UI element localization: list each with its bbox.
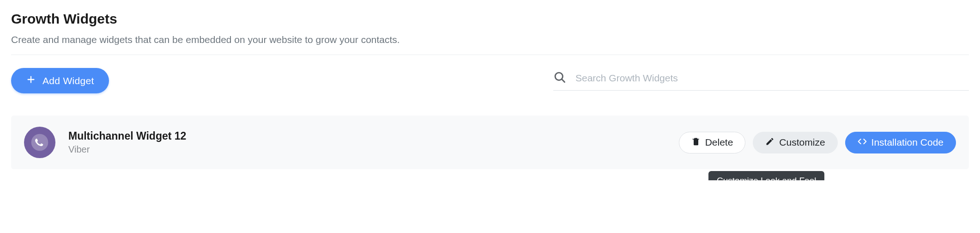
page-title: Growth Widgets [11,11,969,27]
add-widget-label: Add Widget [42,75,94,86]
viber-icon [24,127,55,158]
svg-line-3 [562,79,564,82]
divider [11,55,969,55]
widget-actions: Delete Customize Installation Code [679,132,956,153]
search-icon [553,71,566,86]
installation-code-button[interactable]: Installation Code [845,132,956,153]
widget-name: Multichannel Widget 12 [68,130,679,142]
page-description: Create and manage widgets that can be em… [11,34,969,45]
delete-label: Delete [705,137,733,148]
delete-button[interactable]: Delete [679,132,746,153]
add-widget-button[interactable]: Add Widget [11,68,109,93]
plus-icon [26,74,36,87]
search-input[interactable] [575,73,969,84]
customize-tooltip: Customize Look and Feel [708,171,824,180]
customize-label: Customize [779,137,825,148]
action-bar: Add Widget [11,68,969,93]
search-container [553,71,969,91]
code-icon [858,137,867,148]
widget-list: Multichannel Widget 12 Viber Delete Cust… [11,116,969,169]
widget-info: Multichannel Widget 12 Viber [68,130,679,155]
customize-button[interactable]: Customize [753,132,837,153]
widget-channel: Viber [68,144,679,155]
trash-icon [691,137,701,148]
installation-code-label: Installation Code [871,137,944,148]
widget-row: Multichannel Widget 12 Viber Delete Cust… [11,116,969,169]
svg-point-4 [31,134,48,151]
pencil-icon [765,137,774,148]
